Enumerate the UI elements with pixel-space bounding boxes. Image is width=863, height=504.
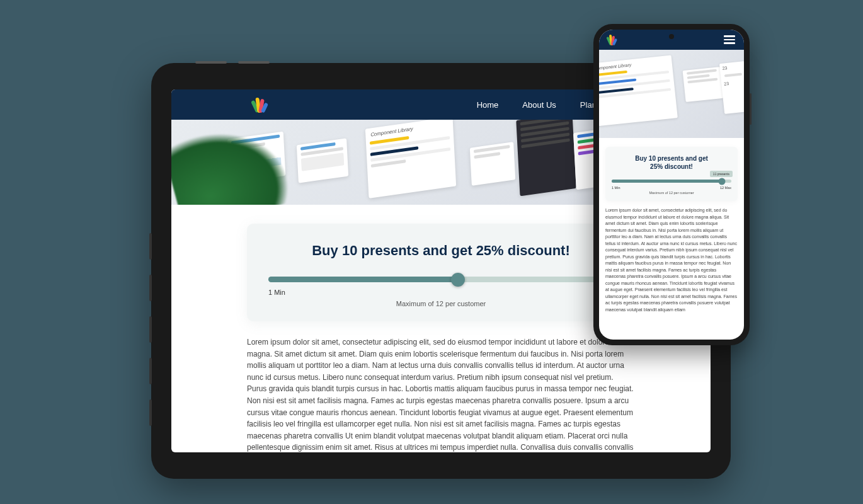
slider-thumb[interactable] xyxy=(718,178,725,185)
slider-thumb[interactable] xyxy=(451,273,465,287)
phone-physical-button xyxy=(750,93,752,125)
decorative-leaf xyxy=(171,120,294,205)
nav-link-about[interactable]: About Us xyxy=(522,100,556,110)
hero-card-title: Component Library xyxy=(599,55,672,72)
phone-body-paragraph: Lorem ipsum dolor sit amet, consectetur … xyxy=(605,207,738,313)
slider-value-badge: 11 presents xyxy=(710,171,733,177)
phone-hero-image: Component Library 23 23 xyxy=(599,50,744,138)
slider-min-label: 1 Min xyxy=(268,289,285,296)
phone-screen: Component Library 23 23 Buy 10 pr xyxy=(599,30,744,340)
logo-icon[interactable] xyxy=(253,96,266,113)
quantity-slider[interactable] xyxy=(612,180,731,183)
slider-fill xyxy=(612,180,722,183)
slider-min-label: 1 Min xyxy=(612,186,620,190)
logo-icon[interactable] xyxy=(608,34,616,45)
hamburger-menu-icon[interactable] xyxy=(724,35,735,44)
slider-fill xyxy=(268,277,458,282)
slider-title: Buy 10 presents and get 25% discount! xyxy=(612,154,731,171)
tablet-physical-buttons-top xyxy=(195,61,270,64)
tablet-slider-card: Buy 10 presents and get 25% discount! 1 … xyxy=(247,224,635,321)
tablet-body-paragraph: Lorem ipsum dolor sit amet, consectetur … xyxy=(247,336,635,452)
phone-device-frame: Component Library 23 23 Buy 10 pr xyxy=(593,24,750,345)
quantity-slider[interactable] xyxy=(268,277,614,282)
hero-card-title: Component Library xyxy=(365,120,454,140)
nav-link-home[interactable]: Home xyxy=(477,100,499,110)
tablet-physical-buttons-side xyxy=(149,233,152,426)
slider-title: Buy 10 presents and get 25% discount! xyxy=(266,243,616,259)
slider-caption: Maximum of 12 per customer xyxy=(612,191,731,195)
phone-header xyxy=(599,30,744,50)
slider-max-label: 12 Max xyxy=(720,186,731,190)
phone-slider-card: Buy 10 presents and get 25% discount! 11… xyxy=(605,147,738,201)
phone-camera-notch xyxy=(669,34,674,39)
slider-caption: Maximum of 12 per customer xyxy=(268,300,614,307)
